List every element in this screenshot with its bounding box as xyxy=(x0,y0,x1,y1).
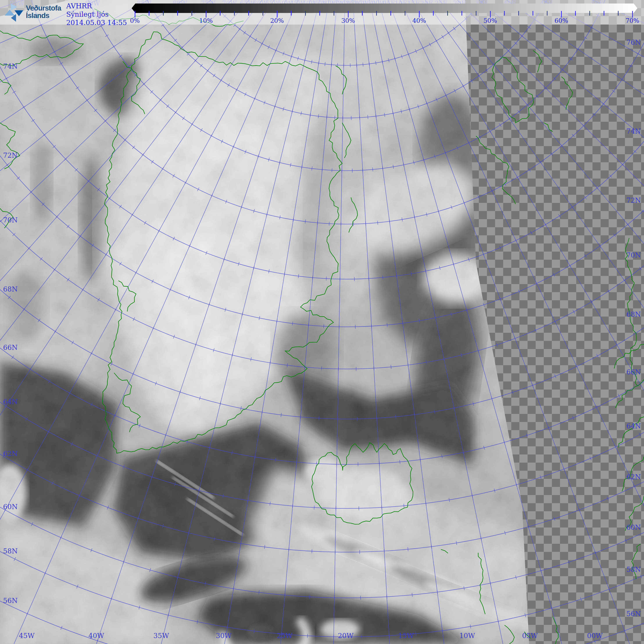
colorbar-minor-tick xyxy=(390,11,391,16)
norway-fjords xyxy=(622,456,644,491)
satellite-image-viewport: 95W90W85W80W75W70W65W60W55W50W45W40W35W3… xyxy=(0,0,644,644)
vedurstofa-logo: Veðurstofa Íslands xyxy=(0,0,66,25)
colorbar-major-tick xyxy=(561,11,562,18)
colorbar-minor-tick xyxy=(319,11,320,16)
colorbar-label: 60% xyxy=(555,17,568,24)
colorbar-major-tick xyxy=(206,11,206,18)
colorbar-label: 30% xyxy=(341,17,355,24)
colorbar-label: 20% xyxy=(270,17,284,24)
colorbar-label: 10% xyxy=(199,17,213,24)
colorbar-minor-tick xyxy=(504,11,505,16)
image-header-text: AVHRR Sýnilegt ljós 2014.05.03 14:55 xyxy=(66,2,127,27)
norway-fjords xyxy=(615,379,644,408)
colorbar-minor-tick xyxy=(476,11,476,16)
colorbar-label: 70% xyxy=(626,17,639,24)
colorbar-minor-tick xyxy=(405,11,405,16)
colorbar-major-tick xyxy=(348,11,349,18)
colorbar-minor-tick xyxy=(433,11,434,16)
colorbar-minor-tick xyxy=(618,11,619,16)
logo-org-line1: Veðurstofa xyxy=(26,4,61,12)
logo-text: Veðurstofa Íslands xyxy=(26,4,61,19)
colorbar-minor-tick xyxy=(234,11,235,16)
colorbar-major-tick xyxy=(135,11,135,18)
colorbar-minor-tick xyxy=(518,11,519,16)
logo-triangle-icon xyxy=(5,10,15,16)
colorbar-minor-tick xyxy=(376,11,377,16)
svalbard-coastline xyxy=(544,123,553,132)
channel-name: Sýnilegt ljós xyxy=(66,10,127,18)
colorbar-minor-tick xyxy=(220,11,220,16)
colorbar-label: 0% xyxy=(130,17,140,24)
colorbar-major-tick xyxy=(490,11,491,18)
cloud-texture-fine xyxy=(0,0,644,644)
colorbar-minor-tick xyxy=(291,11,292,16)
colorbar-minor-tick xyxy=(334,11,334,16)
colorbar-minor-tick xyxy=(149,11,149,16)
colorbar-minor-tick xyxy=(575,11,576,16)
colorbar-minor-tick xyxy=(462,11,462,16)
svalbard-coastline xyxy=(533,50,542,72)
colorbar-minor-tick xyxy=(177,11,178,16)
logo-triangle-icon xyxy=(11,4,17,11)
logo-org-line2: Íslands xyxy=(26,12,61,19)
colorbar-major-tick xyxy=(632,11,633,18)
data-region xyxy=(0,0,644,644)
norway-fjords xyxy=(632,544,640,579)
colorbar-minor-tick xyxy=(589,11,590,16)
colorbar-minor-tick xyxy=(263,11,263,16)
colorbar-label: 50% xyxy=(483,17,497,24)
norway-fjords xyxy=(619,417,644,447)
colorbar-minor-tick xyxy=(447,11,448,16)
colorbar-minor-tick xyxy=(305,11,306,16)
colorbar-major-tick xyxy=(419,11,420,18)
svalbard-coastline xyxy=(562,77,572,110)
svalbard-coastline xyxy=(492,57,533,123)
colorbar-minor-tick xyxy=(604,11,604,16)
colorbar-label: 40% xyxy=(412,17,426,24)
norway-coastline xyxy=(625,238,637,386)
norway-south-coast xyxy=(553,617,558,644)
colorbar-minor-tick xyxy=(191,11,192,16)
colorbar-minor-tick xyxy=(248,11,249,16)
norway-fjords xyxy=(625,496,644,531)
product-name: AVHRR xyxy=(66,2,127,10)
colorbar-minor-tick xyxy=(163,11,164,16)
colorbar-minor-tick xyxy=(362,11,363,16)
colorbar-minor-tick xyxy=(547,11,547,16)
timestamp: 2014.05.03 14:55 xyxy=(66,18,127,27)
colorbar-minor-tick xyxy=(533,11,533,16)
colorbar-major-tick xyxy=(277,11,277,18)
satellite-map xyxy=(0,0,644,644)
